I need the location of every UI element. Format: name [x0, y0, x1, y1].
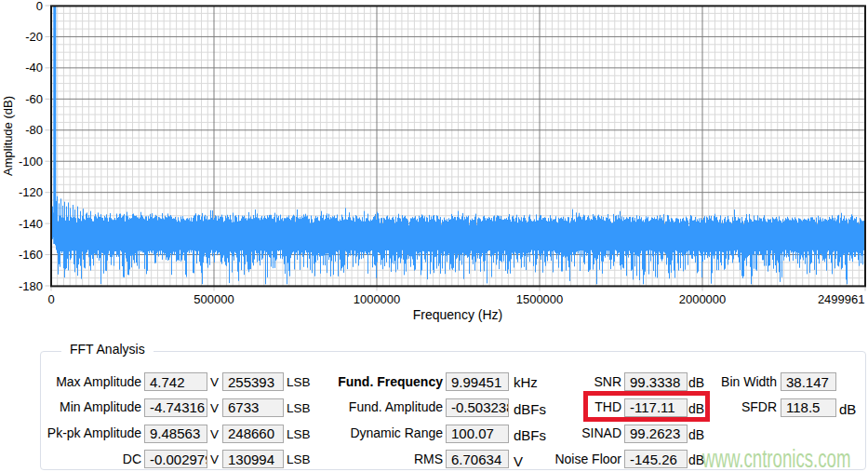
- svg-text:1000000: 1000000: [354, 292, 401, 306]
- svg-text:-60: -60: [25, 92, 43, 106]
- svg-text:Frequency (Hz): Frequency (Hz): [413, 307, 502, 322]
- svg-text:-20: -20: [25, 30, 43, 44]
- svg-text:-120: -120: [19, 185, 43, 199]
- svg-text:2499961: 2499961: [818, 292, 865, 306]
- svg-text:500000: 500000: [194, 292, 234, 306]
- svg-text:0: 0: [47, 292, 54, 306]
- svg-text:1500000: 1500000: [516, 292, 564, 306]
- svg-text:2000000: 2000000: [679, 292, 727, 306]
- svg-text:-140: -140: [19, 217, 43, 231]
- svg-text:0: 0: [36, 0, 43, 13]
- svg-text:-100: -100: [19, 155, 43, 169]
- svg-text:-160: -160: [19, 248, 43, 262]
- svg-text:-180: -180: [19, 279, 43, 293]
- svg-text:-80: -80: [25, 123, 43, 137]
- svg-text:-40: -40: [25, 61, 43, 74]
- svg-text:Amplitude (dB): Amplitude (dB): [1, 96, 15, 176]
